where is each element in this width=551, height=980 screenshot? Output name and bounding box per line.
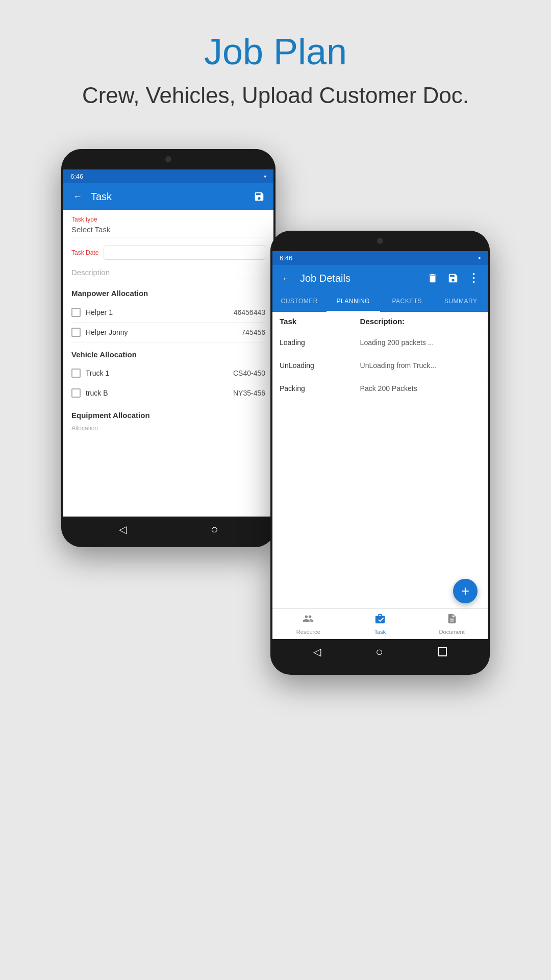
vehicle-item-0[interactable]: Truck 1 CS40-450: [71, 363, 265, 383]
resource-label: Resource: [296, 629, 320, 635]
page-subtitle: Crew, Vehicles, Upload Customer Doc.: [82, 83, 469, 108]
bottom-bar-front: ◁ ○: [270, 639, 490, 665]
resource-icon: [303, 613, 314, 627]
task-name-1: UnLoading: [280, 361, 360, 370]
manpower-name-0: Helper 1: [86, 308, 229, 316]
nav-document[interactable]: Document: [416, 609, 488, 639]
manpower-checkbox-1[interactable]: [71, 328, 81, 337]
col-task-header: Task: [280, 317, 360, 326]
task-desc-0: Loading 200 packets ...: [360, 338, 481, 347]
back-button-back[interactable]: [70, 189, 85, 204]
delete-button-front[interactable]: [425, 271, 440, 285]
equipment-section-title: Equipment Allocation: [71, 410, 265, 421]
vehicle-checkbox-0[interactable]: [71, 369, 81, 378]
app-bar-front: ← Job Details ⋮: [272, 265, 488, 291]
task-row-1[interactable]: UnLoading UnLoading from Truck...: [272, 354, 488, 377]
nav-back-btn-front[interactable]: ◁: [313, 646, 321, 658]
task-row-2[interactable]: Packing Pack 200 Packets: [272, 377, 488, 400]
manpower-id-1: 745456: [241, 328, 265, 336]
task-label: Task: [374, 629, 386, 635]
back-button-front[interactable]: ←: [280, 271, 294, 285]
nav-recents-btn-front[interactable]: [438, 647, 447, 656]
manpower-item-0[interactable]: Helper 1 46456443: [71, 303, 265, 323]
fab-button[interactable]: +: [453, 579, 478, 603]
battery-back: ▪: [264, 173, 266, 180]
task-desc-1: UnLoading from Truck...: [360, 361, 481, 370]
vehicle-section-title: Vehicle Allocation: [71, 350, 265, 360]
task-row-0[interactable]: Loading Loading 200 packets ...: [272, 331, 488, 354]
save-button-front[interactable]: [446, 271, 460, 285]
nav-task[interactable]: Task: [344, 609, 416, 639]
page-title: Job Plan: [204, 31, 347, 72]
manpower-id-0: 46456443: [234, 308, 265, 316]
screen-back: 6:46 ▪ Task Task type Select Task: [63, 169, 273, 517]
app-bar-title-front: Job Details: [300, 273, 419, 284]
time-front: 6:46: [280, 254, 292, 262]
task-content: Task type Select Task Task Date Descript…: [63, 210, 273, 438]
nav-resource[interactable]: Resource: [272, 609, 344, 639]
manpower-checkbox-0[interactable]: [71, 308, 81, 317]
vehicle-id-0: CS40-450: [233, 369, 265, 377]
notch-front: [270, 231, 490, 251]
nav-back-btn[interactable]: ◁: [119, 523, 127, 535]
vehicle-name-1: truck B: [86, 389, 228, 397]
tab-packets[interactable]: PACKETS: [380, 291, 434, 312]
save-button-back[interactable]: [252, 189, 266, 204]
bottom-nav-front: Resource Task Docu: [272, 608, 488, 639]
tabs-bar: CUSTOMER PLANNING PACKETS SUMMARY: [272, 291, 488, 312]
status-bar-front: 6:46 ▪: [272, 251, 488, 265]
time-back: 6:46: [70, 173, 83, 180]
description-input[interactable]: Description: [71, 268, 265, 280]
bottom-bar-back: ◁ ○: [61, 517, 276, 542]
equipment-subtitle: Allocation: [71, 425, 265, 432]
task-type-field: Task type Select Task: [71, 216, 265, 237]
vehicle-name-0: Truck 1: [86, 369, 228, 377]
camera-front: [377, 238, 383, 244]
vehicle-item-1[interactable]: truck B NY35-456: [71, 383, 265, 403]
phones-container: 6:46 ▪ Task Task type Select Task: [46, 149, 505, 710]
phone-back: 6:46 ▪ Task Task type Select Task: [61, 149, 276, 547]
task-date-label: Task Date: [71, 249, 98, 256]
task-date-input[interactable]: [104, 246, 265, 260]
tab-planning[interactable]: PLANNING: [327, 291, 381, 312]
task-type-value[interactable]: Select Task: [71, 225, 265, 237]
vehicle-checkbox-1[interactable]: [71, 388, 81, 398]
app-bar-title-back: Task: [91, 191, 246, 203]
battery-front: ▪: [478, 254, 481, 262]
nav-home-btn-front[interactable]: ○: [375, 645, 383, 659]
more-button-front[interactable]: ⋮: [466, 271, 481, 285]
manpower-name-1: Helper Jonny: [86, 328, 236, 336]
document-icon: [446, 613, 458, 627]
task-name-2: Packing: [280, 384, 360, 393]
manpower-item-1[interactable]: Helper Jonny 745456: [71, 323, 265, 342]
tab-customer[interactable]: CUSTOMER: [272, 291, 327, 312]
nav-home-btn[interactable]: ○: [211, 522, 218, 536]
table-header: Task Description:: [272, 312, 488, 331]
planning-content: Task Description: Loading Loading 200 pa…: [272, 312, 488, 400]
app-bar-back: Task: [63, 183, 273, 210]
vehicle-id-1: NY35-456: [233, 389, 265, 397]
status-bar-back: 6:46 ▪: [63, 169, 273, 183]
camera-back: [165, 156, 171, 162]
description-field: Description: [71, 268, 265, 280]
task-desc-2: Pack 200 Packets: [360, 384, 481, 393]
screen-front: 6:46 ▪ ← Job Details ⋮: [272, 251, 488, 639]
tab-summary[interactable]: SUMMARY: [434, 291, 488, 312]
task-type-label: Task type: [71, 216, 265, 223]
task-icon: [374, 613, 386, 627]
col-desc-header: Description:: [360, 317, 481, 326]
task-name-0: Loading: [280, 338, 360, 347]
task-date-field: Task Date: [71, 246, 265, 260]
phone-front: 6:46 ▪ ← Job Details ⋮: [270, 231, 490, 675]
document-label: Document: [439, 629, 465, 635]
notch-back: [61, 149, 276, 169]
manpower-section-title: Manpower Allocation: [71, 288, 265, 299]
